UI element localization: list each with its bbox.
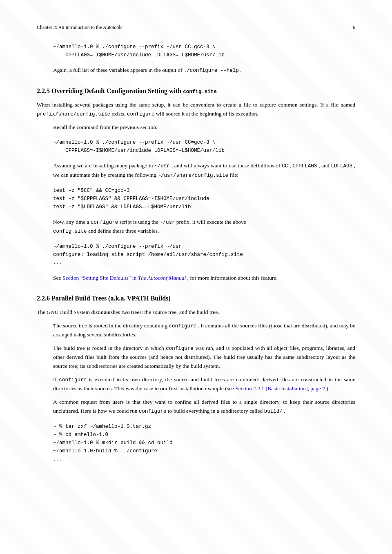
setting-defaults-link[interactable]: Section “Setting Site Defaults” in The A… (62, 275, 187, 281)
section-226-heading: 2.2.6 Parallel Build Trees (a.k.a. VPATH… (37, 294, 355, 303)
intro-paragraph: Again, a full list of these variables ap… (53, 66, 355, 75)
intro-code-inline: ./configure --help (184, 68, 239, 73)
header-page: 6 (353, 24, 355, 31)
header-title: Chapter 2: An Introduction to the Autoto… (37, 24, 122, 31)
section-225-heading: 2.2.5 Overriding Default Configuration S… (37, 87, 355, 96)
page: Chapter 2: An Introduction to the Autoto… (0, 0, 392, 554)
now-paragraph: Now, any time a configure script is usin… (53, 218, 355, 236)
page-header: Chapter 2: An Introduction to the Autoto… (37, 24, 355, 31)
intro-code-block: ~/amhello-1.0 % ./configure --prefix ~/u… (53, 43, 355, 59)
section-226-para1: The GNU Build System distinguishes two t… (37, 308, 355, 317)
after-code-block: ~/amhello-1.0 % ./configure --prefix ~/u… (53, 243, 355, 267)
see-paragraph: See Section “Setting Site Defaults” in T… (53, 274, 355, 283)
section-226-para5: A common request from users is that they… (53, 398, 355, 416)
final-code-block: ~ % tar zxf ~/amhello-1.0.tar.gz ~ % cd … (53, 423, 355, 463)
recall-code-block: ~/amhello-1.0 % ./configure --prefix ~/u… (53, 138, 355, 155)
basic-install-link[interactable]: Section 2.2.1 [Basic Installation], page… (235, 385, 326, 392)
intro-text: Again, a full list of these variables ap… (53, 67, 182, 73)
config-code-block: test -z "$CC" && CC=gcc-3 test -z "$CPPF… (53, 187, 355, 211)
intro-period: . (240, 67, 241, 73)
section-225-para1: When installing several packages using t… (37, 100, 355, 119)
section-226-para2: The source tree is rooted in the directo… (53, 321, 355, 340)
section-226-para3: The build tree is rooted in the director… (53, 344, 355, 371)
assuming-para: Assuming we are installing many package … (53, 161, 355, 180)
section-226-para4: If configure is executed in its own dire… (53, 375, 355, 394)
recall-text: Recall the command from the previous sec… (53, 123, 355, 132)
